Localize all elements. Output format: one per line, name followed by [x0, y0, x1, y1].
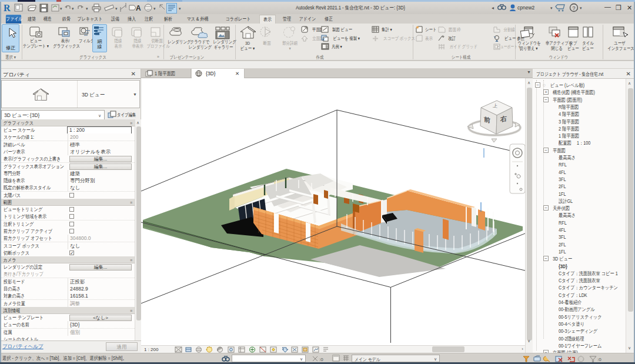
- svg-text:▾: ▾: [86, 6, 88, 11]
- svg-text:右: 右: [500, 115, 507, 123]
- svg-text:▾: ▾: [550, 6, 553, 10]
- svg-text:▾: ▾: [72, 6, 74, 11]
- svg-text:R: R: [4, 3, 11, 13]
- svg-text:▾: ▾: [115, 6, 118, 11]
- svg-text:A: A: [136, 4, 141, 12]
- svg-text:▾: ▾: [60, 6, 62, 11]
- svg-text::0: :0: [597, 357, 601, 362]
- svg-text:▾: ▾: [580, 6, 582, 10]
- svg-text:上: 上: [492, 103, 498, 109]
- svg-text:?: ?: [573, 5, 576, 11]
- svg-text:cpnew2: cpnew2: [517, 5, 535, 11]
- svg-text:▾: ▾: [179, 6, 181, 11]
- svg-text::0: :0: [319, 357, 323, 362]
- svg-text:◂: ◂: [492, 5, 494, 11]
- svg-text:▾: ▾: [153, 6, 156, 11]
